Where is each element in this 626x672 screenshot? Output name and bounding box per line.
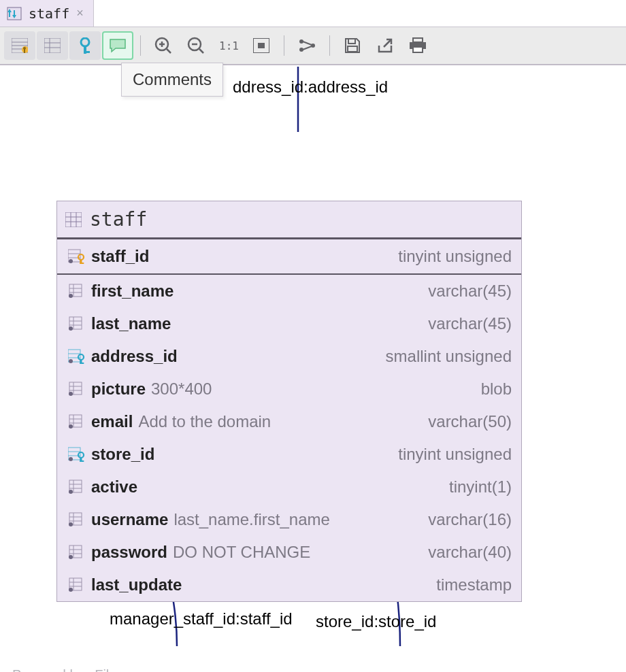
column-name: last_update [91, 575, 182, 594]
column-name: active [91, 477, 137, 497]
svg-point-90 [69, 490, 73, 494]
svg-point-61 [69, 326, 73, 331]
column-row[interactable]: address_idsmallint unsigned [57, 340, 521, 373]
comments-button[interactable] [102, 31, 133, 60]
table-name: staff [90, 210, 147, 229]
svg-point-49 [78, 254, 84, 260]
column-row[interactable]: last_updatetimestamp [57, 569, 521, 601]
zoom-out-button[interactable] [180, 31, 212, 60]
svg-line-36 [384, 39, 391, 47]
column-name: store_id [91, 445, 154, 464]
column-row[interactable]: store_idtinyint unsigned [57, 438, 521, 471]
column-type: varchar(45) [428, 314, 512, 333]
svg-rect-35 [348, 46, 357, 52]
svg-point-56 [69, 294, 73, 298]
relation-label-br: store_id:store_id [316, 614, 436, 630]
column-row[interactable]: last_namevarchar(45) [57, 307, 521, 340]
column-type: blob [481, 380, 512, 399]
svg-line-24 [199, 49, 203, 53]
tab-staff[interactable]: staff × [0, 0, 94, 27]
column-row[interactable]: activetinyint(1) [57, 471, 521, 503]
column-icon [67, 512, 86, 527]
column-name: last_name [91, 314, 171, 333]
column-type: tinyint unsigned [398, 445, 512, 464]
column-name: staff_id [91, 247, 149, 266]
table-header[interactable]: staff [57, 201, 521, 239]
svg-line-20 [167, 49, 171, 53]
column-name: address_id [91, 347, 178, 366]
column-name: first_name [91, 282, 174, 301]
column-icon [67, 316, 86, 331]
pk-icon [67, 249, 86, 264]
print-button[interactable] [402, 31, 433, 60]
column-name: email [91, 412, 133, 431]
column-icon [67, 284, 86, 299]
svg-line-33 [303, 46, 312, 50]
svg-point-66 [78, 354, 84, 360]
column-type: tinyint(1) [449, 477, 512, 497]
column-type: tinyint unsigned [398, 247, 512, 266]
layout-button[interactable] [291, 31, 323, 60]
toolbar-sep [284, 35, 284, 56]
svg-rect-40 [65, 212, 82, 227]
svg-rect-37 [413, 38, 423, 42]
column-comment: last_name.first_name [174, 510, 329, 529]
svg-point-16 [81, 38, 89, 46]
column-icon [67, 545, 86, 560]
svg-rect-51 [80, 263, 84, 264]
fk-icon [67, 447, 86, 462]
column-row[interactable]: usernamelast_name.first_namevarchar(16) [57, 503, 521, 536]
svg-point-65 [69, 359, 73, 363]
column-row[interactable]: first_namevarchar(45) [57, 275, 521, 307]
column-name: picture [91, 380, 146, 399]
column-row[interactable]: picture300*400blob [57, 373, 521, 405]
column-icon [67, 382, 86, 397]
column-row[interactable]: staff_idtinyint unsigned [57, 239, 521, 275]
actual-size-button[interactable]: 1:1 [213, 31, 244, 60]
tab-bar: staff × [0, 0, 626, 27]
column-name: password [91, 543, 167, 562]
svg-text:1:1: 1:1 [219, 39, 238, 52]
svg-rect-34 [348, 39, 355, 44]
column-comment: 300*400 [151, 380, 212, 399]
column-type: smallint unsigned [386, 347, 512, 366]
column-type: varchar(16) [428, 510, 512, 529]
detail-view-button[interactable] [4, 31, 35, 60]
column-icon [67, 480, 86, 494]
column-comment: Add to the domain [138, 412, 271, 431]
tooltip-comments: Comments [121, 63, 223, 97]
svg-point-78 [69, 424, 73, 429]
column-row[interactable]: emailAdd to the domainvarchar(50) [57, 405, 521, 438]
svg-point-95 [69, 522, 73, 526]
zoom-in-button[interactable] [148, 31, 179, 60]
svg-point-105 [69, 588, 73, 592]
diagram-canvas[interactable]: ddress_id:address_id manager_staff_id:st… [0, 67, 626, 672]
compact-view-button[interactable] [37, 31, 68, 60]
relation-label-bl: manager_staff_id:staff_id [110, 611, 293, 627]
svg-rect-12 [44, 38, 61, 53]
column-row[interactable]: passwordDO NOT CHANGEvarchar(40) [57, 536, 521, 569]
fit-content-button[interactable] [246, 31, 277, 60]
svg-point-73 [69, 392, 73, 396]
column-type: varchar(40) [428, 543, 512, 562]
close-icon[interactable]: × [76, 6, 84, 20]
export-button[interactable] [369, 31, 401, 60]
toolbar-sep [140, 35, 141, 56]
column-type: varchar(50) [428, 412, 512, 431]
svg-point-48 [69, 259, 73, 263]
toolbar-sep [329, 35, 330, 56]
tab-label: staff [29, 7, 69, 20]
svg-point-82 [69, 457, 73, 461]
svg-rect-68 [80, 363, 84, 364]
svg-rect-85 [80, 460, 84, 462]
svg-rect-28 [258, 43, 265, 48]
column-icon [67, 414, 86, 429]
column-type: timestamp [436, 575, 512, 594]
relation-label-top: ddress_id:address_id [233, 79, 388, 95]
svg-rect-18 [84, 51, 90, 53]
save-button[interactable] [337, 31, 368, 60]
key-columns-button[interactable] [69, 31, 101, 60]
table-staff[interactable]: staff staff_idtinyint unsignedfirst_name… [56, 201, 522, 602]
svg-rect-39 [413, 47, 423, 52]
column-comment: DO NOT CHANGE [173, 543, 310, 562]
